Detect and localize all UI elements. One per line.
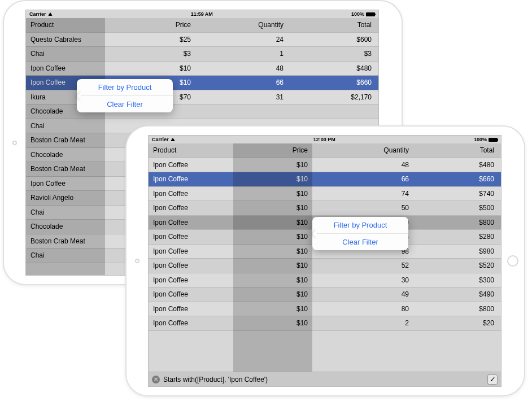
cell-total: $740 [413, 190, 501, 198]
cell-product: Chai [26, 208, 105, 216]
cell-product: Ipon Coffee [26, 64, 105, 72]
wifi-icon [171, 138, 175, 141]
cell-total: $3 [288, 50, 378, 58]
cell-price: $10 [233, 204, 312, 212]
cell-price: $10 [233, 305, 312, 313]
cell-price: $10 [233, 261, 312, 269]
table-header[interactable]: Product Price Quantity Total [26, 18, 378, 33]
clock-label: 12:00 PM [313, 137, 335, 142]
table-row[interactable]: Ipon Coffee$1050$500 [149, 201, 501, 216]
cell-product: Chai [26, 122, 105, 130]
cell-total: $280 [413, 233, 501, 241]
cell-product: Ipon Coffee [149, 161, 233, 169]
clear-filter-item[interactable]: Clear Filter [77, 95, 173, 112]
camera-icon [135, 259, 139, 263]
clear-filter-item[interactable]: Clear Filter [312, 233, 408, 250]
col-price[interactable]: Price [105, 21, 195, 29]
cell-product: Ipon Coffee [149, 276, 233, 284]
cell-qty: 24 [195, 36, 288, 43]
cell-qty: 66 [312, 175, 413, 183]
close-filter-icon[interactable]: ✕ [152, 376, 160, 383]
cell-total: $980 [413, 247, 501, 255]
cell-product: Chai [26, 251, 105, 259]
cell-product: Boston Crab Meat [26, 136, 105, 144]
clock-label: 11:59 AM [191, 11, 213, 17]
status-bar: Carrier 12:00 PM 100% [149, 136, 501, 143]
cell-price: $10 [233, 233, 312, 241]
wifi-icon [48, 12, 53, 16]
table-row[interactable]: Ipon Coffee$1030$300 [149, 273, 501, 288]
cell-product: Ipon Coffee [149, 190, 233, 198]
cell-qty: 48 [195, 64, 288, 72]
table-row[interactable]: Questo Cabrales$2524$600 [26, 33, 378, 47]
cell-price: $10 [233, 175, 312, 183]
col-price[interactable]: Price [233, 146, 312, 154]
cell-total: $300 [413, 276, 501, 284]
cell-qty: 50 [312, 204, 413, 212]
col-product[interactable]: Product [26, 21, 105, 29]
col-total[interactable]: Total [288, 21, 378, 29]
cell-total: $2,170 [288, 93, 378, 101]
col-quantity[interactable]: Quantity [312, 146, 413, 154]
table-row[interactable]: Ipon Coffee$1048$480 [149, 158, 501, 173]
cell-total: $660 [288, 79, 378, 86]
filter-enabled-checkbox[interactable]: ✓ [487, 374, 498, 385]
table-row[interactable]: Chai$31$3 [26, 47, 378, 62]
status-bar: Carrier 11:59 AM 100% [26, 10, 378, 18]
cell-product: Ipon Coffee [26, 180, 105, 188]
cell-total: $660 [413, 175, 501, 183]
cell-price: $10 [233, 276, 312, 284]
cell-product: Ipon Coffee [149, 261, 233, 269]
battery-label: 100% [351, 11, 364, 17]
cell-price: $10 [105, 64, 195, 72]
col-product[interactable]: Product [149, 146, 233, 154]
cell-price: $10 [233, 190, 312, 198]
battery-icon [366, 12, 375, 16]
table-row[interactable]: Ipon Coffee$1052$520 [149, 259, 501, 273]
tablet-device-front: Carrier 12:00 PM 100% Product Price Quan… [125, 125, 525, 396]
camera-icon [12, 141, 17, 145]
table-row[interactable]: Ipon Coffee$1066$660 [149, 172, 501, 187]
col-total[interactable]: Total [413, 146, 501, 154]
cell-total: $480 [413, 161, 501, 169]
cell-price: $10 [233, 319, 312, 327]
grid-front[interactable]: Product Price Quantity Total Ipon Coffee… [149, 143, 501, 386]
cell-product: Ipon Coffee [149, 319, 233, 327]
filter-by-product-item[interactable]: Filter by Product [77, 79, 173, 95]
cell-product: Ipon Coffee [149, 204, 233, 212]
cell-product: Ravioli Angelo [26, 194, 105, 202]
cell-qty: 30 [312, 276, 413, 284]
context-popover: Filter by Product Clear Filter [77, 79, 173, 112]
cell-product: Chocolade [26, 223, 105, 230]
col-quantity[interactable]: Quantity [195, 21, 288, 29]
filter-by-product-item[interactable]: Filter by Product [312, 217, 408, 233]
table-row[interactable]: Ipon Coffee$102$20 [149, 316, 501, 331]
cell-total: $480 [288, 64, 378, 72]
cell-qty: 80 [312, 305, 413, 313]
cell-price: $10 [233, 161, 312, 169]
cell-total: $520 [413, 261, 501, 269]
cell-total: $600 [288, 36, 378, 43]
cell-product: Ipon Coffee [149, 233, 233, 241]
cell-product: Ipon Coffee [149, 247, 233, 255]
home-button[interactable] [507, 255, 518, 267]
table-row[interactable]: Ipon Coffee$1049$490 [149, 287, 501, 302]
cell-product: Chocolade [26, 151, 105, 159]
cell-product: Ipon Coffee [149, 175, 233, 183]
cell-qty: 74 [312, 190, 413, 198]
table-row[interactable]: Ipon Coffee$1048$480 [26, 62, 378, 76]
cell-product: Questo Cabrales [26, 36, 105, 43]
cell-qty: 2 [312, 319, 413, 327]
cell-product: Boston Crab Meat [26, 165, 105, 173]
cell-product: Ipon Coffee [149, 219, 233, 226]
cell-qty: 48 [312, 161, 413, 169]
carrier-label: Carrier [152, 137, 169, 142]
cell-qty: 49 [312, 290, 413, 298]
cell-price: $10 [233, 290, 312, 298]
table-row[interactable]: Ipon Coffee$1080$800 [149, 302, 501, 317]
table-header[interactable]: Product Price Quantity Total [149, 143, 501, 158]
cell-product: Ipon Coffee [149, 290, 233, 298]
cell-total: $500 [413, 204, 501, 212]
table-row[interactable]: Ipon Coffee$1074$740 [149, 187, 501, 202]
battery-icon [489, 138, 498, 142]
